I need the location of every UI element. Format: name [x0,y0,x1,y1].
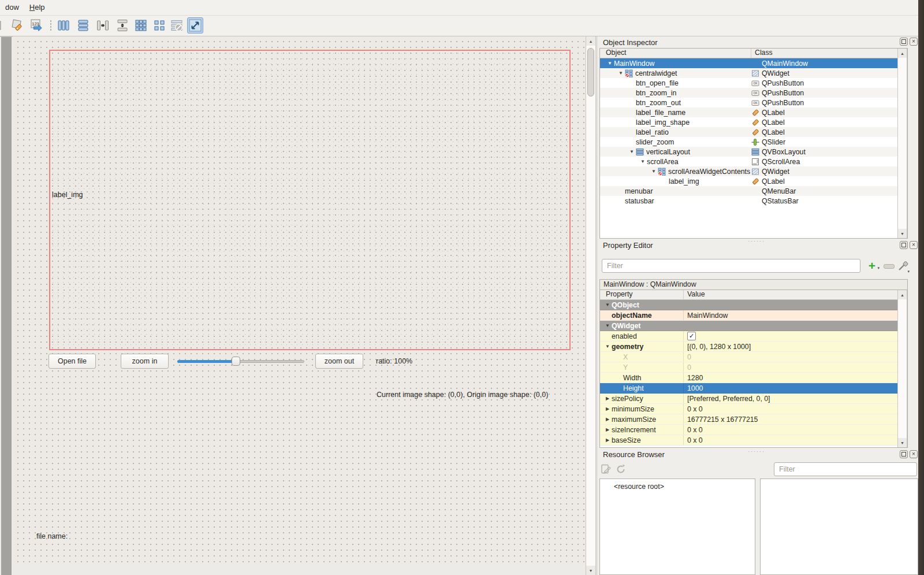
zoom-slider[interactable] [177,357,304,366]
file-name-label-widget[interactable]: file name: [36,532,68,540]
column-header-property[interactable]: Property [600,290,684,299]
tree-row-centralwidget[interactable]: ▼centralwidgetQWidget [600,68,897,78]
expand-arrow-icon[interactable]: ▶ [603,427,612,432]
property-value-cell[interactable]: [(0, 0), 1280 x 1000] [684,342,897,351]
open-file-button[interactable]: Open file [49,354,96,369]
property-row-enabled[interactable]: enabled✓ [600,331,897,342]
property-row-minimumSize[interactable]: ▶minimumSize0 x 0 [600,404,897,414]
slider-handle[interactable] [232,357,240,366]
dock-splitter-handle[interactable] [748,240,771,243]
expand-arrow-icon[interactable]: ▼ [628,149,636,154]
layout-horizontally-icon[interactable] [55,17,72,34]
object-inspector-scrollbar[interactable]: ▲ ▼ [897,49,907,238]
property-value-cell[interactable]: MainWindow [684,310,897,320]
property-row-sizePolicy[interactable]: ▶sizePolicy[Preferred, Preferred, 0, 0] [600,394,897,404]
object-inspector-close-icon[interactable]: × [910,38,918,46]
menu-item-window[interactable]: dow [0,0,24,15]
property-row-Y[interactable]: Y0 [600,362,897,373]
expand-arrow-icon[interactable]: ▼ [606,61,614,66]
property-value-cell[interactable]: 0 x 0 [684,404,897,414]
layout-in-grid-icon[interactable] [133,17,149,34]
expand-arrow-icon[interactable]: ▼ [603,344,612,349]
tree-row-statusbar[interactable]: statusbarQStatusBar [600,196,897,206]
layout-vertically-icon[interactable] [75,17,91,34]
property-filter-input[interactable] [602,259,860,273]
resource-browser-float-icon[interactable] [900,450,908,458]
property-value-cell[interactable]: 0 [684,362,897,372]
property-value-cell[interactable]: 0 [684,352,897,362]
zoom-in-button[interactable]: zoom in [121,354,169,369]
scroll-down-arrow-icon[interactable]: ▼ [898,438,907,447]
scrollbar-thumb[interactable] [587,48,594,97]
menu-item-help[interactable]: Help [24,0,50,15]
property-row-geometry[interactable]: ▼geometry[(0, 0), 1280 x 1000] [600,342,897,352]
property-editor-float-icon[interactable] [900,241,908,249]
resource-root-item[interactable]: <resource root> [614,483,664,491]
property-row-maximumSize[interactable]: ▶maximumSize16777215 x 16777215 [600,414,897,425]
adjust-size-icon[interactable] [187,17,203,34]
expand-arrow-icon[interactable]: ▼ [617,71,625,76]
property-row-baseSize[interactable]: ▶baseSize0 x 0 [600,435,897,446]
property-value-cell[interactable]: [Preferred, Preferred, 0, 0] [684,394,897,403]
resource-filter-input[interactable] [774,462,917,476]
property-group-QWidget[interactable]: ▼QWidget [600,321,897,331]
scroll-up-arrow-icon[interactable]: ▲ [898,49,907,58]
tree-row-verticalLayout[interactable]: ▼verticalLayoutQVBoxLayout [600,147,897,157]
tree-row-btn_zoom_out[interactable]: btn_zoom_outOKQPushButton [600,98,897,107]
enabled-checkbox[interactable]: ✓ [687,332,696,340]
property-value-cell[interactable]: 1000 [684,383,897,393]
tree-row-btn_zoom_in[interactable]: btn_zoom_inOKQPushButton [600,88,897,98]
tree-row-scrollAreaWidgetContents[interactable]: ▼scrollAreaWidgetContentsQWidget [600,166,897,176]
label-img-widget[interactable]: label_img [52,191,83,199]
property-editor-scrollbar[interactable]: ▲ ▼ [897,290,907,447]
column-header-object[interactable]: Object [600,49,751,58]
property-value-cell[interactable]: 0 x 0 [684,425,897,435]
scroll-down-arrow-icon[interactable]: ▼ [898,229,907,238]
tree-row-scrollArea[interactable]: ▼scrollAreaQScrollArea [600,157,897,166]
property-row-X[interactable]: X0 [600,352,897,362]
tree-row-menubar[interactable]: menubarQMenuBar [600,186,897,196]
reload-resources-icon[interactable] [613,462,628,476]
property-editor-close-icon[interactable]: × [910,241,918,249]
expand-arrow-icon[interactable]: ▼ [603,323,612,328]
resource-browser-close-icon[interactable]: × [910,450,918,458]
layout-horizontal-splitter-icon[interactable] [95,17,111,34]
tree-row-label_ratio[interactable]: label_ratioQLabel [600,127,897,137]
scroll-up-arrow-icon[interactable]: ▲ [898,290,907,299]
scroll-area-widget-outline[interactable] [49,50,571,350]
tree-row-slider_zoom[interactable]: slider_zoomQSlider [600,137,897,147]
property-value-cell[interactable]: 16777215 x 16777215 [684,414,897,424]
remove-property-button[interactable] [884,264,895,269]
configure-property-editor-icon[interactable]: ▾ [897,260,910,273]
edit-resources-icon[interactable] [598,462,613,476]
expand-arrow-icon[interactable]: ▶ [603,437,612,443]
scroll-up-arrow-icon[interactable]: ▲ [586,36,595,46]
expand-arrow-icon[interactable]: ▼ [650,169,658,174]
add-property-button[interactable]: +▾ [865,259,880,273]
expand-arrow-icon[interactable]: ▼ [639,159,647,164]
object-inspector-float-icon[interactable] [900,38,908,46]
property-value-cell[interactable]: 1280 [684,373,897,383]
property-value-cell[interactable]: ✓ [684,331,897,341]
edit-tab-order-icon[interactable]: 123 [29,17,45,34]
zoom-out-button[interactable]: zoom out [315,354,363,369]
layout-vertical-splitter-icon[interactable] [114,17,131,34]
tree-row-label_img_shape[interactable]: label_img_shapeQLabel [600,117,897,127]
expand-arrow-icon[interactable]: ▼ [603,302,612,307]
ratio-label-widget[interactable]: ratio: 100% [376,354,412,369]
image-shape-label-widget[interactable]: Current image shape: (0,0), Origin image… [377,391,548,399]
property-row-Height[interactable]: Height1000 [600,383,897,394]
expand-arrow-icon[interactable]: ▶ [603,396,612,401]
property-group-QObject[interactable]: ▼QObject [600,300,897,310]
tree-row-MainWindow[interactable]: ▼MainWindowQMainWindow [600,58,897,68]
property-row-Width[interactable]: Width1280 [600,373,897,383]
scroll-down-arrow-icon[interactable]: ▼ [586,566,595,575]
column-header-class[interactable]: Class [751,49,773,58]
tree-row-btn_open_file[interactable]: btn_open_fileOKQPushButton [600,78,897,88]
tree-row-label_img[interactable]: label_imgQLabel [600,176,897,186]
canvas-vertical-scrollbar[interactable]: ▲ ▼ [586,36,596,575]
expand-arrow-icon[interactable]: ▶ [603,417,612,422]
expand-arrow-icon[interactable]: ▶ [603,406,612,411]
property-row-sizeIncrement[interactable]: ▶sizeIncrement0 x 0 [600,425,897,435]
column-header-value[interactable]: Value [684,290,705,299]
